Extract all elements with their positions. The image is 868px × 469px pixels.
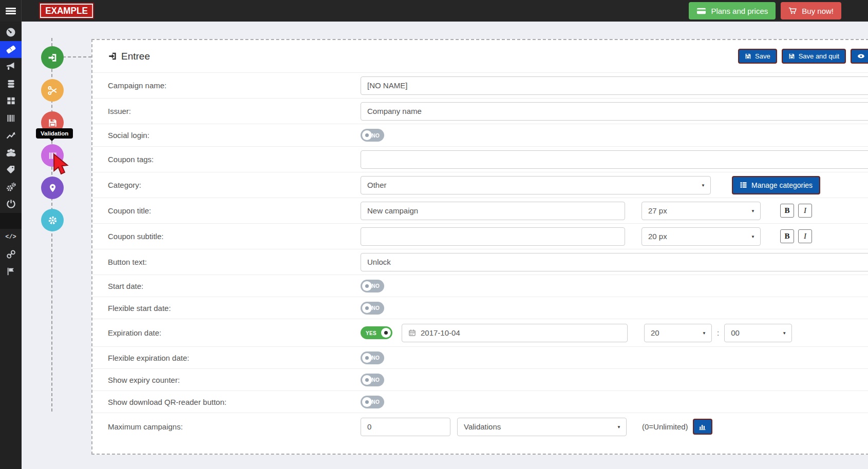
grid-icon (6, 96, 16, 106)
tag-icon (6, 165, 16, 174)
hamburger-icon (6, 7, 16, 15)
coupon-subtitle-input[interactable] (361, 227, 625, 246)
unlimited-hint: (0=Unlimited) (642, 422, 688, 431)
map-marker-icon (48, 183, 58, 193)
social-login-row: Social login: NO (92, 124, 868, 146)
show-expiry-counter-toggle[interactable]: NO (361, 374, 384, 386)
step-settings[interactable] (41, 209, 64, 231)
eye-icon (857, 52, 865, 60)
campaign-name-input[interactable] (361, 76, 868, 95)
shopping-cart-icon (788, 7, 797, 15)
toggle-knob (362, 303, 372, 313)
sidebar-item-links[interactable] (0, 246, 22, 263)
chevron-down-icon: ▼ (617, 424, 621, 429)
toggle-knob (362, 397, 372, 407)
bar-chart-icon (699, 423, 706, 431)
save-button[interactable]: Save (738, 49, 777, 64)
social-login-label: Social login: (108, 131, 361, 140)
flexible-expiration-date-toggle[interactable]: NO (361, 351, 384, 364)
issuer-row: Issuer: (92, 98, 868, 124)
coupon-subtitle-row: Coupon subtitle: 20 px ▼ B I (92, 223, 868, 249)
sidebar-item-lists[interactable] (0, 92, 22, 110)
list-icon (740, 181, 747, 189)
step-design[interactable] (41, 79, 64, 102)
step-entree[interactable] (41, 46, 64, 69)
bold-button[interactable]: B (780, 204, 794, 218)
buy-now-button[interactable]: Buy now! (781, 2, 841, 19)
calendar-icon (408, 329, 416, 337)
issuer-label: Issuer: (108, 107, 361, 115)
category-label: Category: (108, 181, 361, 189)
show-qr-reader-row: Show download QR-reader button: NO (92, 390, 868, 413)
category-row: Category: Other ▼ Manage categories (92, 172, 868, 198)
coupon-title-input[interactable] (361, 202, 625, 220)
manage-categories-button[interactable]: Manage categories (732, 176, 820, 194)
sidebar-item-marketing[interactable] (0, 58, 22, 75)
coupon-tags-input[interactable] (361, 150, 868, 169)
users-icon (6, 147, 16, 158)
campaign-stats-button[interactable] (693, 419, 712, 435)
save-and-quit-button[interactable]: Save and quit (782, 49, 846, 64)
sidebar-item-users[interactable] (0, 144, 22, 162)
gauge-icon (6, 27, 16, 37)
sidebar-item-campaigns[interactable] (0, 41, 22, 58)
start-date-label: Start date: (108, 282, 361, 290)
toggle-knob (362, 375, 372, 385)
plans-and-prices-button[interactable]: Plans and prices (689, 2, 776, 19)
sidebar-item-statistics[interactable] (0, 127, 22, 144)
left-nav-sidebar: </> (0, 22, 22, 469)
maximum-campaigns-input[interactable] (361, 418, 450, 436)
flexible-expiration-date-label: Flexible expiration date: (108, 354, 361, 362)
panel-header: Entree Save Save and quit Preview (92, 40, 868, 72)
barcode-icon (6, 113, 16, 123)
chevron-down-icon: ▼ (782, 330, 786, 335)
sidebar-item-barcodes[interactable] (0, 110, 22, 127)
start-date-toggle[interactable]: NO (361, 280, 384, 292)
issuer-input[interactable] (361, 102, 868, 121)
show-qr-reader-label: Show download QR-reader button: (108, 398, 361, 406)
validation-tooltip: Validation (36, 128, 73, 139)
expiration-date-row: Expiration date: YES 2017-10-04 20 ▼ : 0… (92, 319, 868, 346)
flexible-start-date-label: Flexible start date: (108, 304, 361, 312)
maximum-campaigns-unit-select[interactable]: Validations ▼ (457, 418, 627, 436)
floppy-icon (788, 53, 795, 60)
show-qr-reader-toggle[interactable]: NO (361, 396, 384, 408)
sidebar-item-tags[interactable] (0, 161, 22, 179)
power-icon (6, 199, 16, 209)
sidebar-item-dashboard[interactable] (0, 24, 22, 41)
chevron-down-icon: ▼ (701, 183, 705, 187)
show-expiry-counter-row: Show expiry counter: NO (92, 368, 868, 390)
sidebar-item-database[interactable] (0, 75, 22, 93)
step-locations[interactable] (41, 177, 64, 199)
floppy-icon (745, 53, 751, 60)
category-select[interactable]: Other ▼ (361, 176, 711, 194)
ticket-icon (6, 44, 16, 55)
flexible-start-date-toggle[interactable]: NO (361, 302, 384, 315)
sidebar-item-downloads[interactable] (0, 196, 22, 213)
app-logo[interactable]: EXAMPLE (40, 4, 93, 18)
flag-icon (6, 267, 15, 276)
expiration-hour-select[interactable]: 20 ▼ (644, 324, 712, 342)
italic-button[interactable]: I (798, 229, 812, 243)
preview-button[interactable]: Preview (851, 49, 868, 64)
stepper-panel-connector (63, 56, 91, 57)
campaign-name-label: Campaign name: (108, 81, 361, 90)
hamburger-menu-button[interactable] (0, 0, 22, 22)
bold-button[interactable]: B (780, 229, 794, 243)
sidebar-item-flags[interactable] (0, 263, 22, 281)
expiration-date-toggle[interactable]: YES (361, 326, 392, 339)
coupon-title-font-size-select[interactable]: 27 px ▼ (641, 202, 761, 220)
chevron-down-icon: ▼ (751, 234, 755, 239)
expiration-date-input[interactable]: 2017-10-04 (402, 324, 628, 342)
toggle-knob (381, 328, 391, 338)
expiration-minute-select[interactable]: 00 ▼ (724, 324, 792, 342)
campaign-editor-panel: Entree Save Save and quit Preview Campai… (91, 39, 868, 455)
social-login-toggle[interactable]: NO (361, 129, 384, 142)
sidebar-item-code[interactable]: </> (0, 229, 22, 246)
sidebar-item-settings[interactable] (0, 179, 22, 196)
start-date-row: Start date: NO (92, 275, 868, 297)
coupon-subtitle-font-size-select[interactable]: 20 px ▼ (641, 227, 761, 246)
page-title: Entree (108, 51, 150, 62)
button-text-input[interactable] (361, 253, 868, 271)
italic-button[interactable]: I (798, 204, 812, 218)
